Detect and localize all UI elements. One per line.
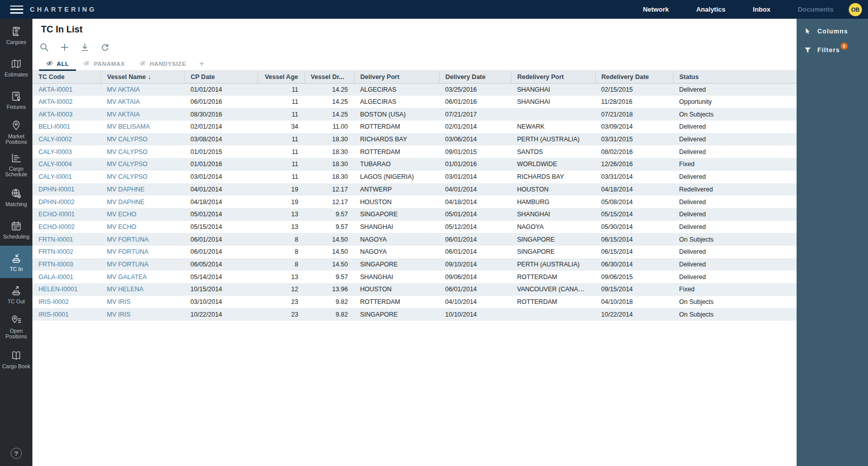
tc-code-link[interactable]: IRIS-I0001 [32,308,101,321]
table-row[interactable]: IRIS-I0002MV IRIS03/10/2014239.82ROTTERD… [32,296,797,308]
tc-code-link[interactable]: FRTN-I0002 [32,246,101,258]
col-header-vessel-name[interactable]: Vessel Name↓ [101,71,184,83]
tc-code-link[interactable]: AKTA-I0002 [32,96,101,108]
vessel-name-link[interactable]: MV AKTAIA [101,83,184,96]
topbar-link-network[interactable]: Network [643,6,668,13]
search-button[interactable] [38,41,50,53]
vessel-name-link[interactable]: MV GALATEA [101,270,184,283]
tc-code-link[interactable]: HELEN-I0001 [32,283,101,296]
tc-code-link[interactable]: DPHN-I0001 [32,183,101,196]
cell-redelivery-date: 06/30/2014 [595,258,673,271]
table-row[interactable]: IRIS-I0001MV IRIS10/22/2014239.82SINGAPO… [32,308,797,321]
add-button[interactable] [58,41,70,53]
vessel-name-link[interactable]: MV DAPHNE [101,183,184,196]
col-header-vessel-draft[interactable]: Vessel Dr... [304,71,354,83]
col-header-status[interactable]: Status [673,71,797,83]
col-header-tc-code[interactable]: TC Code [32,71,101,83]
sidebar-item-fixtures[interactable]: Fixtures [0,84,32,116]
sidebar-item-market-positions[interactable]: Market Positions [0,116,32,148]
help-button[interactable]: ? [11,448,22,459]
topbar-link-documents[interactable]: Documents [798,6,834,13]
vessel-name-link[interactable]: MV CALYPSO [101,133,184,146]
fixtures-icon [10,90,22,102]
sidebar-item-cargoes[interactable]: Cargoes [0,19,32,51]
sidebar-item-tc-in[interactable]: TC In [0,246,32,278]
sidebar-item-estimates[interactable]: Estimates [0,51,32,84]
sidebar-item-open-positions[interactable]: Open Positions [0,310,32,343]
tc-code-link[interactable]: DPHN-I0002 [32,196,101,208]
sidebar-item-cargo-book[interactable]: Cargo Book [0,343,32,375]
table-row[interactable]: DPHN-I0001MV DAPHNE04/01/20141912.17ANTW… [32,183,797,196]
table-row[interactable]: ECHO-I0001MV ECHO05/01/2014139.57SINGAPO… [32,208,797,221]
vessel-name-link[interactable]: MV IRIS [101,308,184,321]
hamburger-menu-icon[interactable] [10,6,23,14]
vessel-name-link[interactable]: MV IRIS [101,296,184,308]
tc-code-link[interactable]: IRIS-I0002 [32,296,101,308]
table-row[interactable]: BELI-I0001MV BELISAMA02/01/20143411.00RO… [32,121,797,133]
table-row[interactable]: FRTN-I0003MV FORTUNA06/05/2014814.50SING… [32,258,797,271]
sidebar-item-scheduling[interactable]: Scheduling [0,213,32,246]
vessel-name-link[interactable]: MV BELISAMA [101,121,184,133]
vessel-name-link[interactable]: MV ECHO [101,221,184,234]
col-header-vessel-age[interactable]: Vessel Age [258,71,304,83]
table-row[interactable]: CALY-I0003MV CALYPSO01/01/20151118.30ROT… [32,145,797,158]
col-header-delivery-date[interactable]: Delivery Date [439,71,511,83]
tc-code-link[interactable]: CALY-I0002 [32,133,101,146]
topbar-link-inbox[interactable]: Inbox [753,6,771,13]
table-row[interactable]: HELEN-I0001MV HELENA10/15/20141213.96HOU… [32,283,797,296]
vessel-name-link[interactable]: MV FORTUNA [101,246,184,258]
vessel-name-link[interactable]: MV FORTUNA [101,258,184,271]
table-row[interactable]: CALY-I0002MV CALYPSO03/08/20141118.30RIC… [32,133,797,146]
reset-button[interactable] [99,41,111,53]
tc-code-link[interactable]: FRTN-I0003 [32,258,101,271]
tab-add-tab[interactable]: + [193,57,211,70]
tab-panamax[interactable]: PANAMAX [76,57,132,70]
vessel-name-link[interactable]: MV CALYPSO [101,158,184,171]
topbar-link-analytics[interactable]: Analytics [696,6,726,13]
columns-button[interactable]: Columns [797,22,868,41]
tc-code-link[interactable]: AKTA-I0001 [32,83,101,96]
table-row[interactable]: GALA-I0001MV GALATEA05/14/2014139.57SHAN… [32,270,797,283]
tc-code-link[interactable]: AKTA-I0003 [32,108,101,121]
sidebar-item-matching[interactable]: Matching [0,181,32,213]
tc-code-link[interactable]: ECHO-I0001 [32,208,101,221]
vessel-name-link[interactable]: MV ECHO [101,208,184,221]
vessel-name-link[interactable]: MV CALYPSO [101,171,184,183]
table-row[interactable]: AKTA-I0002MV AKTAIA06/01/20161114.25ALGE… [32,96,797,108]
filters-button[interactable]: Filters 3 [797,41,868,59]
open-positions-icon [10,314,22,326]
vessel-name-link[interactable]: MV AKTAIA [101,96,184,108]
vessel-name-link[interactable]: MV DAPHNE [101,196,184,208]
table-row[interactable]: AKTA-I0001MV AKTAIA01/01/20141114.25ALGE… [32,83,797,96]
tc-code-link[interactable]: GALA-I0001 [32,270,101,283]
vessel-name-link[interactable]: MV FORTUNA [101,233,184,246]
cell-cp-date: 03/10/2014 [184,296,258,308]
user-avatar[interactable]: OB [849,3,862,16]
vessel-name-link[interactable]: MV CALYPSO [101,145,184,158]
tab-handysize[interactable]: HANDYSIZE [132,57,193,70]
table-row[interactable]: CALY-I0004MV CALYPSO01/01/20161118.30TUB… [32,158,797,171]
table-row[interactable]: CALY-I0001MV CALYPSO03/01/20141118.30LAG… [32,171,797,183]
tc-code-link[interactable]: ECHO-I0002 [32,221,101,234]
tc-code-link[interactable]: CALY-I0001 [32,171,101,183]
vessel-name-link[interactable]: MV AKTAIA [101,108,184,121]
table-row[interactable]: FRTN-I0002MV FORTUNA06/01/2014814.50NAGO… [32,246,797,258]
vessel-name-link[interactable]: MV HELENA [101,283,184,296]
col-header-redelivery-port[interactable]: Redelivery Port [511,71,595,83]
sidebar-item-cargo-schedule[interactable]: Cargo Schedule [0,148,32,181]
tc-code-link[interactable]: FRTN-I0001 [32,233,101,246]
tab-all[interactable]: ALL [39,57,76,70]
table-row[interactable]: ECHO-I0002MV ECHO05/15/2014139.57SHANGHA… [32,221,797,234]
tc-code-link[interactable]: BELI-I0001 [32,121,101,133]
col-header-redelivery-date[interactable]: Redelivery Date [595,71,673,83]
sidebar-item-tc-out[interactable]: TC Out [0,278,32,310]
table-row[interactable]: DPHN-I0002MV DAPHNE04/18/20141912.17HOUS… [32,196,797,208]
col-header-cp-date[interactable]: CP Date [184,71,258,83]
topbar-links: NetworkAnalyticsInboxDocuments [643,6,834,13]
col-header-delivery-port[interactable]: Delivery Port [354,71,439,83]
download-button[interactable] [78,41,91,53]
table-row[interactable]: FRTN-I0001MV FORTUNA06/01/2014814.50NAGO… [32,233,797,246]
tc-code-link[interactable]: CALY-I0003 [32,145,101,158]
tc-code-link[interactable]: CALY-I0004 [32,158,101,171]
table-row[interactable]: AKTA-I0003MV AKTAIA08/30/20161114.25BOST… [32,108,797,121]
